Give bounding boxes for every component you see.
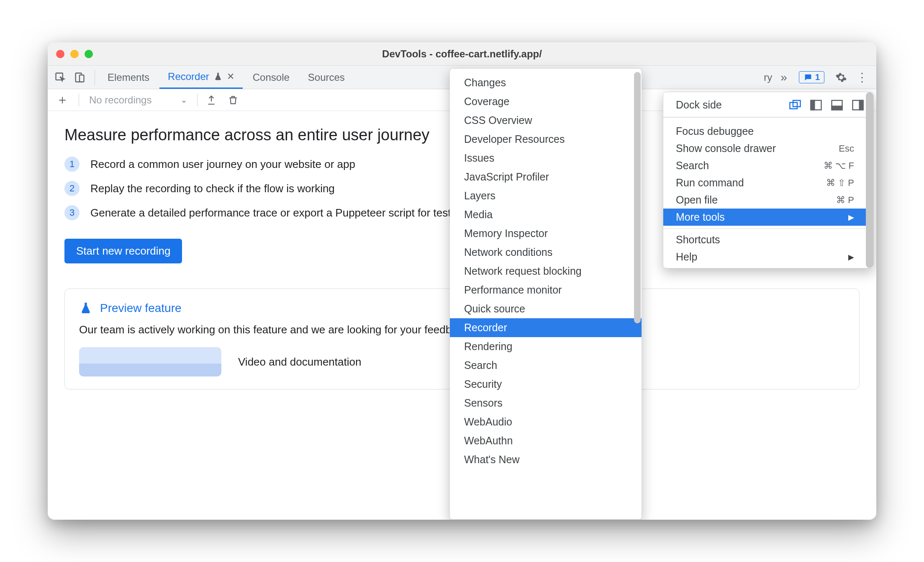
svg-rect-6 bbox=[811, 100, 815, 110]
more-tools-item[interactable]: Security bbox=[450, 375, 642, 394]
more-tools-item[interactable]: Rendering bbox=[450, 337, 642, 356]
dock-side-row: Dock side bbox=[663, 95, 873, 117]
flask-icon bbox=[79, 302, 92, 315]
dock-right-icon[interactable] bbox=[852, 99, 864, 111]
menu-more-tools[interactable]: More tools▶ bbox=[663, 209, 873, 226]
submenu-arrow-icon: ▶ bbox=[848, 253, 854, 262]
dock-bottom-icon[interactable] bbox=[831, 99, 843, 111]
scrollbar-thumb[interactable] bbox=[866, 92, 873, 268]
video-doc-label: Video and documentation bbox=[238, 356, 361, 369]
minimize-window-icon[interactable] bbox=[70, 50, 79, 58]
tab-elements[interactable]: Elements bbox=[99, 66, 158, 89]
maximize-window-icon[interactable] bbox=[85, 50, 93, 58]
more-tools-item[interactable]: WebAudio bbox=[450, 412, 642, 431]
tab-label: Sources bbox=[308, 72, 345, 83]
more-tools-item[interactable]: Sensors bbox=[450, 394, 642, 412]
more-tools-item[interactable]: Memory Inspector bbox=[450, 224, 642, 243]
svg-rect-2 bbox=[80, 75, 84, 82]
more-tools-item[interactable]: Coverage bbox=[450, 92, 642, 111]
start-recording-button[interactable]: Start new recording bbox=[64, 239, 182, 263]
step-number: 1 bbox=[64, 157, 80, 172]
step-number: 2 bbox=[64, 181, 80, 196]
more-tools-item[interactable]: CSS Overview bbox=[450, 111, 642, 130]
more-tabs-icon[interactable]: » bbox=[776, 71, 791, 84]
issues-count: 1 bbox=[815, 72, 820, 82]
flask-icon bbox=[213, 72, 223, 81]
step-text: Replay the recording to check if the flo… bbox=[90, 182, 335, 195]
more-tools-item[interactable]: Recorder bbox=[450, 318, 642, 337]
step-text: Record a common user journey on your web… bbox=[90, 158, 355, 171]
dock-side-label: Dock side bbox=[676, 99, 722, 111]
more-tools-item[interactable]: Performance monitor bbox=[450, 281, 642, 299]
svg-rect-8 bbox=[832, 106, 842, 110]
step-text: Generate a detailed performance trace or… bbox=[90, 206, 465, 219]
close-window-icon[interactable] bbox=[56, 50, 64, 58]
step-number: 3 bbox=[64, 205, 80, 220]
more-tools-item[interactable]: Search bbox=[450, 356, 642, 375]
tab-label: Recorder bbox=[168, 71, 209, 82]
delete-icon[interactable] bbox=[225, 95, 241, 106]
more-tools-item[interactable]: Network request blocking bbox=[450, 262, 642, 281]
more-tools-item[interactable]: Network conditions bbox=[450, 243, 642, 262]
menu-scrollbar[interactable] bbox=[866, 92, 873, 268]
window-title: DevTools - coffee-cart.netlify.app/ bbox=[48, 48, 876, 60]
new-recording-icon[interactable]: ＋ bbox=[52, 91, 73, 108]
divider bbox=[95, 70, 95, 85]
submenu-scrollbar[interactable] bbox=[634, 70, 641, 518]
menu-run-command[interactable]: Run command⌘ ⇧ P bbox=[663, 174, 873, 191]
more-tools-item[interactable]: Layers bbox=[450, 186, 642, 205]
divider bbox=[197, 94, 198, 106]
tab-overflow-peek[interactable]: ry bbox=[761, 66, 775, 89]
more-tools-item[interactable]: Changes bbox=[450, 73, 642, 92]
menu-search[interactable]: Search⌘ ⌥ F bbox=[663, 157, 873, 174]
traffic-lights bbox=[56, 50, 93, 58]
menu-show-console-drawer[interactable]: Show console drawerEsc bbox=[663, 140, 873, 157]
more-tools-item[interactable]: JavaScript Profiler bbox=[450, 168, 642, 186]
menu-help[interactable]: Help▶ bbox=[663, 248, 873, 266]
more-tools-item[interactable]: Animations bbox=[450, 70, 642, 73]
video-thumbnail[interactable] bbox=[79, 347, 221, 376]
svg-rect-10 bbox=[860, 100, 863, 110]
recording-placeholder: No recordings bbox=[89, 94, 151, 106]
issues-badge[interactable]: 1 bbox=[799, 71, 824, 83]
close-tab-icon[interactable]: ✕ bbox=[227, 71, 234, 82]
dock-undock-icon[interactable] bbox=[789, 99, 801, 111]
dock-left-icon[interactable] bbox=[810, 99, 822, 111]
tab-recorder[interactable]: Recorder ✕ bbox=[159, 66, 243, 89]
device-toolbar-icon[interactable] bbox=[74, 72, 85, 83]
chevron-down-icon: ⌄ bbox=[181, 95, 187, 105]
recording-selector[interactable]: No recordings ⌄ bbox=[85, 94, 191, 106]
tab-sources[interactable]: Sources bbox=[300, 66, 353, 89]
divider bbox=[79, 94, 79, 106]
more-options-icon[interactable]: ⋮ bbox=[852, 70, 872, 84]
menu-separator bbox=[663, 228, 873, 229]
more-tools-submenu: AnimationsChangesCoverageCSS OverviewDev… bbox=[449, 68, 642, 520]
more-tools-item[interactable]: Quick source bbox=[450, 299, 642, 318]
preview-title: Preview feature bbox=[100, 302, 182, 315]
devtools-window: DevTools - coffee-cart.netlify.app/ Elem… bbox=[48, 42, 876, 520]
export-icon[interactable] bbox=[203, 95, 219, 106]
tab-label: Elements bbox=[108, 72, 149, 83]
titlebar: DevTools - coffee-cart.netlify.app/ bbox=[48, 42, 876, 66]
more-tools-item[interactable]: Developer Resources bbox=[450, 130, 642, 149]
tab-console[interactable]: Console bbox=[244, 66, 298, 89]
main-menu: Dock side Focus debuggee Show console dr… bbox=[663, 92, 874, 268]
menu-separator bbox=[663, 117, 873, 118]
more-tools-item[interactable]: Issues bbox=[450, 149, 642, 168]
menu-focus-debuggee[interactable]: Focus debuggee bbox=[663, 123, 873, 140]
menu-open-file[interactable]: Open file⌘ P bbox=[663, 191, 873, 209]
submenu-arrow-icon: ▶ bbox=[848, 213, 854, 222]
more-tools-item[interactable]: WebAuthn bbox=[450, 431, 642, 450]
tab-label: Console bbox=[253, 72, 290, 83]
message-icon bbox=[803, 73, 813, 82]
scrollbar-thumb[interactable] bbox=[634, 72, 641, 323]
menu-shortcuts[interactable]: Shortcuts bbox=[663, 231, 873, 248]
more-tools-item[interactable]: Media bbox=[450, 205, 642, 224]
inspect-element-icon[interactable] bbox=[54, 72, 66, 83]
more-tools-item[interactable]: What's New bbox=[450, 450, 642, 469]
settings-gear-icon[interactable] bbox=[835, 72, 847, 83]
